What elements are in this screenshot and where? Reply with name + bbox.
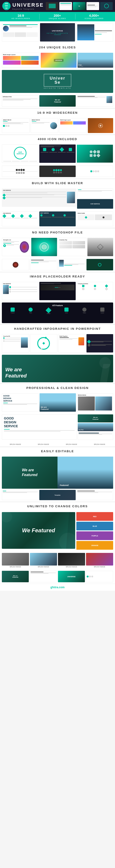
slide-preview-5 <box>100 2 113 10</box>
section-no-photoshop-label: NO NEED PHOTOSHOP FILE <box>2 231 113 234</box>
unique-slides-row1: Multi Image Layout UNIVERSE Image Placeh… <box>0 51 115 69</box>
editable-featured-slide: We areFeatured Featured <box>2 457 113 489</box>
feature-item-5: Slides <box>82 308 87 314</box>
np-slide-spiral <box>31 238 57 256</box>
featured-right: Featured <box>58 457 113 489</box>
bottom-brush-text-4: BRUSH IMAGE <box>86 566 113 567</box>
gfxtra-logo: gfxtra.com <box>2 586 113 589</box>
slide-multi-image: Multi Image Layout <box>2 53 40 68</box>
stat-divider-1 <box>39 14 40 20</box>
editable-small-row: Template <box>2 490 113 500</box>
slide-preview-3: U <box>73 2 86 10</box>
icons-small-1 <box>2 165 39 177</box>
icons-slide-dark <box>39 145 75 163</box>
ph-slide-icons: Company Portfolio <box>76 282 113 300</box>
intro-slide-1: INTRODUCTION <box>2 95 39 106</box>
infographic-slide-1: Case the DO <box>2 334 29 352</box>
sm-slide-1: OUR SERVICE <box>2 211 39 226</box>
final-row-1: We areFeatured UNIVERSE <box>0 569 115 584</box>
section-slide-master: BUILD WITH SLIDE MASTER <box>0 179 115 187</box>
infographic-slide-3: Build Together <box>58 334 86 352</box>
stat-slides: 200+ UNIQUE SLIDES <box>49 14 66 20</box>
all-feature-title: All Feature <box>4 304 111 307</box>
product-subtitle: Keynote Template <box>13 8 44 10</box>
we-featured-text-block: We Featured <box>22 527 55 534</box>
slide-master-main: OUR SERVICE <box>2 188 76 207</box>
bottom-brush-thumb-4 <box>86 553 113 565</box>
icons-row: OURSERVICE <box>0 143 115 164</box>
icons-small-2 <box>39 165 75 177</box>
brush-col-4: BRUSH IMAGE <box>86 443 113 445</box>
prof-sm-1: We areFeatured <box>78 414 113 423</box>
ws-slide-2: ABOUT WE DO <box>30 118 59 133</box>
professional-row2: GOODDESIGNSERVICE We areFeatured City Vi… <box>0 413 115 441</box>
stat-ratio-num: 16:9 <box>12 14 30 18</box>
stat-ratio: 16:9 HD WIDESCREEN <box>12 14 30 20</box>
section-professional-label: PROFESSIONAL & CLEAN DESIGN <box>2 386 113 390</box>
our-service-label: OURSERVICE <box>17 151 24 155</box>
brush-col-3: BRUSH IMAGE <box>58 443 85 445</box>
ph-slide-1: OUR SERVICE <box>2 282 39 300</box>
we-featured-right-col: RED BLUE PURPLE ORANGE <box>76 512 113 550</box>
bottom-brush-text-2: BRUSH IMAGE <box>30 566 57 567</box>
good-design-label: GOODDESIGNSERVICE <box>3 395 37 402</box>
section-no-photoshop: NO NEED PHOTOSHOP FILE <box>0 228 115 237</box>
brush-images-row: BRUSH IMAGE BRUSH IMAGE BRUSH IMAGE BRUS… <box>0 441 115 446</box>
featured-section-infographic: We areFeatured <box>0 354 115 383</box>
sm-slide-3: BUILD SLIDE <box>76 211 113 226</box>
stat-icons-label: ICONS INCLUDED <box>85 18 104 20</box>
section-icons-label: 4000 ICON INCLUDED <box>2 137 113 141</box>
prof-sm-2: City View <box>78 423 113 431</box>
bottom-brush-text-1: BRUSH IMAGE <box>2 566 29 567</box>
header-title: UNIVERSE Keynote Template <box>13 2 44 10</box>
city-label-sm: City View <box>78 429 84 430</box>
bottom-brush-thumb-3 <box>58 553 85 565</box>
section-icons: 4000 ICON INCLUDED <box>0 135 115 143</box>
prof-slide-good-design: GOODDESIGNSERVICE <box>2 393 39 412</box>
ws-slide-1: ABOUT WE DO <box>2 118 30 133</box>
featured-right-text: Featured <box>60 484 69 487</box>
prof-sm-3 <box>78 432 113 440</box>
top-slide-showcase: UNIVERSE KEYNOTE TEMPLATE <box>0 21 115 43</box>
icons-row-2 <box>0 164 115 178</box>
section-placeholder: IMAGE PLACEHOLDER READY <box>0 273 115 280</box>
placeholder-row1: OUR SERVICE <box>0 280 115 302</box>
prof-small-col: We areFeatured City View <box>78 414 113 440</box>
showcase-slide-2: UNIVERSE KEYNOTE TEMPLATE <box>40 23 75 41</box>
all-feature-slide: All Feature Feature Tools Design Icons <box>2 303 113 323</box>
section-unique-slides-label: 204 UNIQUE SLIDES <box>2 45 113 49</box>
bottom-brush-row: BRUSH IMAGE BRUSH IMAGE BRUSH IMAGE BRUS… <box>0 552 115 569</box>
icons-slide-teal-dark <box>76 145 113 163</box>
section-infographic-label: HANDCRAFTED INFOGRAPHIC IN POWERPOINT <box>2 327 113 331</box>
page-wrapper: universe UNIVERSE Keynote Template U <box>0 0 115 591</box>
brush-col-2: BRUSH IMAGE <box>30 443 57 445</box>
we-are-featured-text: We areFeatured <box>5 367 110 379</box>
prof-slide-brush: BRUSH IMAGE <box>77 393 113 412</box>
slide-multi-image-label: Multi Image Layout <box>3 54 39 55</box>
np-slide-mountain <box>87 238 113 256</box>
bottom-brush-3: BRUSH IMAGE <box>58 553 85 567</box>
city-slide-text: We areFeatured <box>41 406 48 410</box>
stat-icons: 4,000+ ICONS INCLUDED <box>85 14 104 20</box>
color-sm-2: BLUE <box>76 522 113 530</box>
section-hd-widescreen: 16:9 HD WIDESCREEN <box>0 109 115 117</box>
no-photoshop-row2 <box>0 257 115 272</box>
edit-sm-3 <box>76 490 113 500</box>
slide-preview-1 <box>46 2 59 10</box>
np-sm-2 <box>30 259 58 270</box>
brush-label-2: BRUSH IMAGE <box>30 443 57 445</box>
featured-text-block: We areFeatured <box>5 367 110 379</box>
section-colors-label: UNLIMITED TO CHANGE COLORS <box>2 504 113 508</box>
intro-slide-3 <box>76 95 113 106</box>
stats-bar: 16:9 HD WIDESCREEN 200+ UNIQUE SLIDES 4,… <box>0 12 115 21</box>
intro-slide-2: We areFeatured <box>39 95 76 106</box>
ph-slide-keyboard <box>39 282 76 300</box>
all-feature-section: All Feature Feature Tools Design Icons <box>0 302 115 324</box>
sm-slide-2: BEST SERVICE <box>39 211 75 226</box>
slide-city-view: Image Placeholder <box>77 53 113 68</box>
np-sm-1 <box>2 259 29 270</box>
stat-ratio-label: HD WIDESCREEN <box>12 18 30 20</box>
logo: universe <box>2 2 10 10</box>
universe-border-box: UniverSe <box>44 74 71 87</box>
section-unique-slides: 204 UNIQUE SLIDES <box>0 43 115 51</box>
